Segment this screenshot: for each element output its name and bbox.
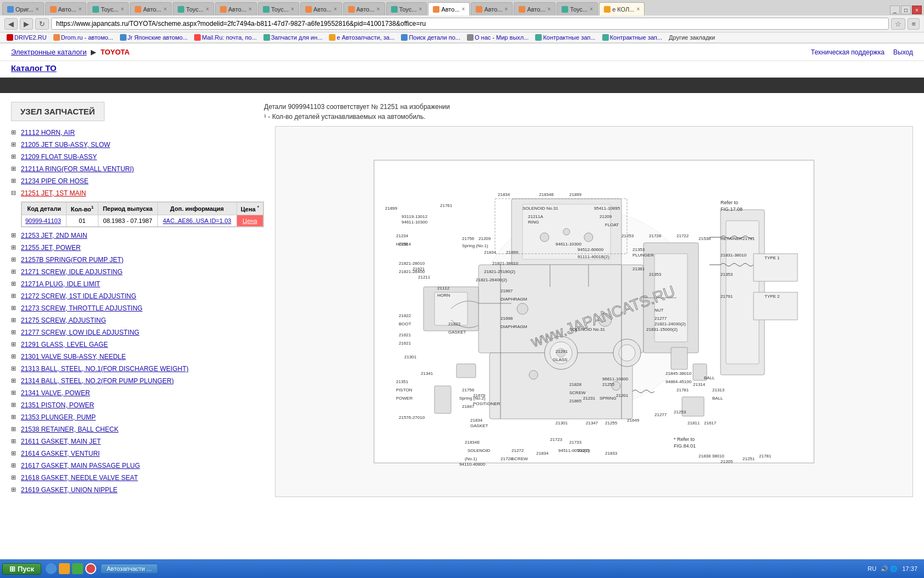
expand-21341[interactable]: ⊞ [11,389,19,396]
tab-14[interactable]: Тоус... × [557,2,598,15]
expand-21209[interactable]: ⊞ [11,153,19,160]
bookmark-other[interactable]: Другие закладки [667,34,717,41]
part-link-21211A[interactable]: 21211A RING(FOR SMALL VENTURI) [21,165,134,173]
catalog-link[interactable]: Каталог ТО [11,63,57,73]
expand-21253[interactable]: ⊞ [11,232,19,239]
tab-7[interactable]: Тоус... × [258,2,299,15]
bookmark-drive2[interactable]: DRIVE2.RU [4,34,49,41]
part-link-21611[interactable]: 21611 GASKET, MAIN JET [21,438,101,445]
bookmark-mail[interactable]: Mail.Ru: почта, по... [192,34,258,41]
expand-21272[interactable]: ⊞ [11,292,19,299]
tab-close-7[interactable]: × [291,6,294,12]
expand-21313[interactable]: ⊞ [11,365,19,372]
part-link-21257B[interactable]: 21257B SPRING(FOR PUMP JET) [21,256,124,264]
tab-close-9[interactable]: × [377,6,380,12]
tab-close-5[interactable]: × [206,6,209,12]
expand-21273[interactable]: ⊞ [11,304,19,312]
breadcrumb-home-link[interactable]: Электронные каталоги [11,48,86,56]
expand-21255[interactable]: ⊞ [11,244,19,251]
tab-close-8[interactable]: × [334,6,337,12]
expand-21234[interactable]: ⊞ [11,177,19,184]
expand-21611[interactable]: ⊞ [11,438,19,445]
tab-close-1[interactable]: × [36,6,39,12]
support-link[interactable]: Техническая поддержка [811,48,884,56]
part-link-21234[interactable]: 21234 PIPE OR HOSE [21,177,89,185]
expand-21205[interactable]: ⊞ [11,141,19,148]
cell-info[interactable]: 4AC..AE86..USA ID=1.03 [157,215,237,226]
bookmark-drom[interactable]: Drom.ru - автомо... [51,34,116,41]
expand-21617[interactable]: ⊞ [11,462,19,469]
tab-close-6[interactable]: × [249,6,252,12]
part-link-21301[interactable]: 21301 VALVE SUB-ASSY, NEEDLE [21,353,126,361]
back-button[interactable]: ◀ [4,18,18,30]
expand-21275[interactable]: ⊞ [11,317,19,324]
bookmark-mir[interactable]: О нас - Мир выхл... [465,34,531,41]
expand-21538[interactable]: ⊞ [11,426,19,433]
tab-8[interactable]: Авто... × [300,2,342,15]
bookmark-search[interactable]: Поиск детали по... [399,34,463,41]
tab-close-15[interactable]: × [636,6,640,12]
info-link[interactable]: 4AC..AE86..USA ID=1.03 [163,217,231,224]
part-link-21112[interactable]: 21112 HORN, AIR [21,129,75,137]
tab-close-14[interactable]: × [590,6,593,12]
part-link-21619[interactable]: 21619 GASKET, UNION NIPPLE [21,486,117,494]
part-link-21291[interactable]: 21291 GLASS, LEVEL GAGE [21,341,108,348]
part-link-21271A[interactable]: 21271A PLUG, IDLE LIMIT [21,280,100,288]
tab-6[interactable]: Авто... × [215,2,257,15]
expand-21112[interactable]: ⊞ [11,129,19,136]
tab-5[interactable]: Тоус... × [173,2,214,15]
part-link-21538[interactable]: 21538 RETAINER, BALL CHECK [21,426,118,433]
diagram-panel[interactable]: www.JAPANCATS.RU 21899 21761 21834 21834… [275,126,913,497]
tab-close-3[interactable]: × [120,6,124,12]
tab-2[interactable]: Авто... × [45,2,87,15]
expand-21251[interactable]: ⊟ [11,189,19,197]
settings-button[interactable]: ≡ [908,18,920,30]
taskbar-icon-explorer[interactable] [72,563,83,574]
part-link-21618[interactable]: 21618 GASKET, NEEDLE VALVE SEAT [21,474,138,482]
tab-15[interactable]: e КОЛ... × [599,2,645,15]
part-link-21255[interactable]: 21255 JET, POWER [21,244,81,252]
part-link-21253[interactable]: 21253 JET, 2ND MAIN [21,232,87,239]
address-bar[interactable] [51,18,889,30]
forward-button[interactable]: ▶ [20,18,33,30]
expand-21271A[interactable]: ⊞ [11,280,19,287]
reload-button[interactable]: ↻ [35,18,49,30]
part-link-21209[interactable]: 21209 FLOAT SUB-ASSY [21,153,97,161]
part-link-21277[interactable]: 21277 SCREW, LOW IDLE ADJUSTING [21,329,139,336]
expand-21277[interactable]: ⊞ [11,329,19,336]
part-link-21341[interactable]: 21341 VALVE, POWER [21,389,90,397]
part-link-21351[interactable]: 21351 PISTON, POWER [21,401,94,409]
expand-21257B[interactable]: ⊞ [11,256,19,263]
cell-price[interactable]: Цена [237,215,263,226]
tab-close-2[interactable]: × [79,6,82,12]
part-link-21272[interactable]: 21272 SCREW, 1ST IDLE ADJUSTING [21,292,136,300]
expand-21314[interactable]: ⊞ [11,377,19,384]
star-button[interactable]: ☆ [891,18,905,30]
bookmark-jr[interactable]: Jr Японские автомо... [118,34,190,41]
part-link-21614[interactable]: 21614 GASKET, VENTURI [21,450,100,457]
part-link-21617[interactable]: 21617 GASKET, MAIN PASSAGE PLUG [21,462,140,470]
expand-21618[interactable]: ⊞ [11,474,19,481]
expand-21614[interactable]: ⊞ [11,450,19,457]
tab-close-12[interactable]: × [505,6,508,12]
taskbar-icon-folder[interactable] [59,563,70,574]
expand-21291[interactable]: ⊞ [11,341,19,348]
tab-close-4[interactable]: × [163,6,167,12]
expand-21301[interactable]: ⊞ [11,353,19,360]
part-link-21273[interactable]: 21273 SCREW, THROTTLE ADJUSTING [21,304,142,312]
close-button[interactable]: × [912,6,922,14]
part-link-21271[interactable]: 21271 SCREW, IDLE ADJUSTING [21,268,123,276]
bookmark-contract1[interactable]: Контрактные зап... [533,34,597,41]
tab-13[interactable]: Авто... × [514,2,556,15]
tab-1[interactable]: Ориг... × [2,2,44,15]
part-link-21313[interactable]: 21313 BALL, STEEL, NO.1(FOR DISCHARGE WE… [21,365,189,373]
expand-21271[interactable]: ⊞ [11,268,19,275]
minimize-button[interactable]: _ [890,6,900,14]
price-link[interactable]: Цена [243,217,257,224]
maximize-button[interactable]: □ [901,6,911,14]
start-button[interactable]: ⊞ Пуск [2,563,41,575]
taskbar-icon-ie[interactable] [46,563,57,574]
bookmark-eparts[interactable]: e Автозапчасти, за... [327,34,397,41]
part-link-21353[interactable]: 21353 PLUNGER, PUMP [21,413,96,421]
cell-code[interactable]: 90999-41103 [22,215,67,226]
